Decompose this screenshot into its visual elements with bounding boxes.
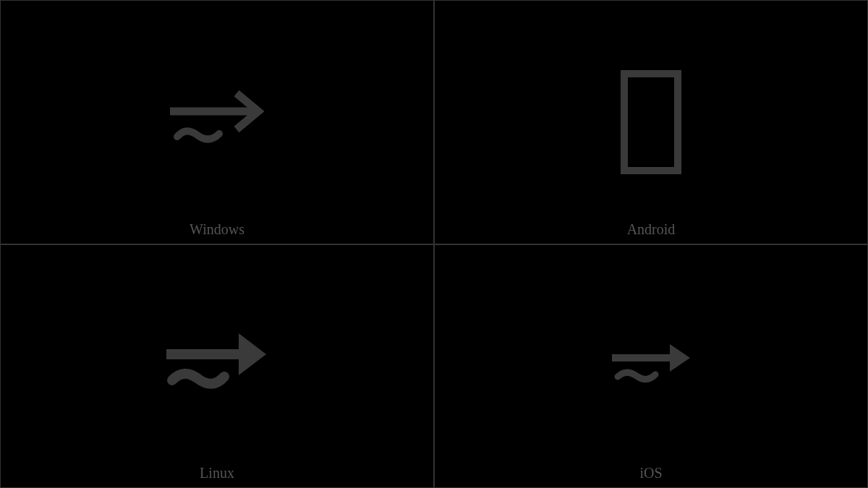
arrow-tilde-icon <box>163 86 271 158</box>
cell-ios: iOS <box>434 244 868 489</box>
missing-glyph-icon <box>618 68 684 176</box>
cell-android: Android <box>434 0 868 244</box>
svg-rect-4 <box>612 354 677 361</box>
cell-windows: Windows <box>0 0 434 244</box>
glyph-area-windows <box>1 1 433 244</box>
glyph-area-ios <box>435 245 867 488</box>
svg-marker-5 <box>670 344 690 372</box>
svg-rect-2 <box>166 349 250 359</box>
glyph-area-linux <box>1 245 433 488</box>
cell-linux: Linux <box>0 244 434 489</box>
arrow-tilde-icon <box>159 326 275 406</box>
svg-marker-3 <box>239 333 266 375</box>
platform-label-windows: Windows <box>190 221 244 238</box>
glyph-comparison-grid: Windows Android Linux <box>0 0 868 488</box>
platform-label-ios: iOS <box>639 465 662 481</box>
svg-rect-1 <box>624 74 678 171</box>
arrow-tilde-icon <box>608 337 694 395</box>
platform-label-android: Android <box>627 221 676 238</box>
platform-label-linux: Linux <box>200 465 234 481</box>
glyph-area-android <box>435 1 867 244</box>
